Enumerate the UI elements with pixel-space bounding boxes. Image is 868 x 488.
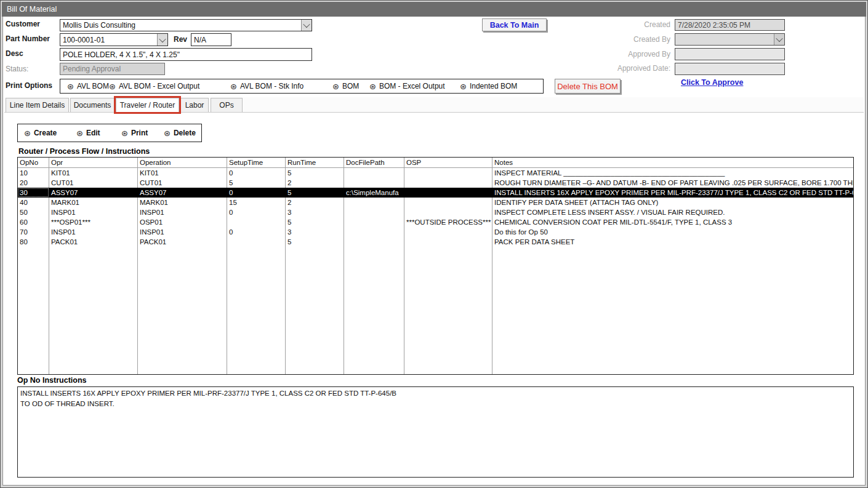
approved-date-label: Approived Date:	[590, 64, 670, 73]
rev-field[interactable]: N/A	[191, 33, 231, 46]
tab-label: Documents	[74, 101, 111, 110]
cell-opno: 70	[18, 227, 49, 237]
chevron-down-icon[interactable]	[301, 20, 311, 31]
cell-runtime: 5	[286, 168, 344, 178]
created-by-combobox[interactable]	[675, 33, 785, 46]
filler-cell	[404, 247, 492, 374]
column-header-notes[interactable]: Notes	[492, 158, 853, 167]
cell-opr: PACK01	[49, 237, 138, 247]
table-row[interactable]: 20CUT01CUT0152ROUGH TURN DIAMETER –G- AN…	[18, 178, 853, 188]
column-header-osp[interactable]: OSP	[404, 158, 492, 167]
report-icon: ⊛	[76, 129, 83, 137]
print-option-indented-bom[interactable]: ⊛Indented BOM	[460, 79, 517, 93]
tab-label: Line Item Details	[10, 101, 65, 110]
cell-docfilepath	[344, 198, 404, 207]
tab-traveler-router[interactable]: Traveler / Router	[116, 98, 179, 112]
tab-label: Traveler / Router	[120, 101, 175, 110]
tab-label: OPs	[219, 101, 233, 110]
print-option-avl-bom-stk-info[interactable]: ⊛AVL BOM - Stk Info	[230, 79, 303, 93]
chevron-down-icon[interactable]	[157, 34, 167, 46]
bill-of-material-window: Bill Of Material Customer Part Number De…	[0, 0, 868, 488]
cell-setuptime: 0	[227, 188, 286, 198]
print-option-avl-bom[interactable]: ⊛AVL BOM	[67, 79, 109, 93]
cell-opr: INSP01	[49, 227, 138, 237]
table-row[interactable]: 50INSP01INSP0103INSPECT COMPLETE LESS IN…	[18, 207, 853, 217]
table-row[interactable]: 80PACK01PACK015PACK PER DATA SHEET	[18, 237, 853, 247]
print-option-label: AVL BOM	[77, 82, 109, 90]
cell-runtime: 5	[286, 237, 344, 247]
table-row[interactable]: 70INSP01INSP0103Do this for Op 50	[18, 227, 853, 237]
cell-docfilepath	[344, 168, 404, 178]
create-button[interactable]: ⊛Create	[24, 124, 57, 142]
cell-opno: 10	[18, 168, 49, 178]
tab-strip: Line Item DetailsDocumentsTraveler / Rou…	[4, 97, 864, 113]
click-to-approve-link[interactable]: Click To Approve	[681, 78, 743, 87]
cell-opno: 60	[18, 217, 49, 227]
cell-runtime: 2	[286, 178, 344, 188]
table-row[interactable]: 10KIT01KIT0105INSPECT MATERIAL _________…	[18, 168, 853, 178]
delete-this-bom-button[interactable]: Delete This BOM	[555, 79, 621, 94]
cell-setuptime: 0	[227, 207, 286, 217]
tab-label: Labor	[185, 101, 204, 110]
table-row[interactable]: 30ASSY07ASSY0705c:\SimpleManufaINSTALL I…	[18, 188, 853, 198]
print-options-label: Print Options	[6, 81, 52, 90]
chevron-down-icon[interactable]	[774, 34, 784, 45]
report-icon: ⊛	[67, 82, 74, 90]
cell-notes: IDENTIFY PER DATA SHEET (ATTACH TAG ONLY…	[492, 198, 853, 207]
cell-opr: KIT01	[49, 168, 138, 178]
filler-cell	[49, 247, 138, 374]
delete-button[interactable]: ⊛Delete	[164, 124, 196, 142]
cell-opno: 20	[18, 178, 49, 188]
window-title: Bill Of Material	[7, 5, 57, 14]
print-options-group: ⊛AVL BOM⊛AVL BOM - Excel Output⊛AVL BOM …	[60, 79, 544, 94]
back-to-main-label: Back To Main	[490, 21, 539, 30]
cell-osp	[404, 178, 492, 188]
print-option-label: AVL BOM - Stk Info	[240, 82, 303, 90]
column-header-docfilepath[interactable]: DocFilePath	[344, 158, 404, 167]
filler-cell	[286, 247, 344, 374]
print-button[interactable]: ⊛Print	[121, 124, 148, 142]
edit-button[interactable]: ⊛Edit	[76, 124, 100, 142]
op-instructions-textarea[interactable]: INSTALL INSERTS 16X APPLY EPOXY PRIMER P…	[17, 386, 854, 478]
print-option-bom[interactable]: ⊛BOM	[332, 79, 359, 93]
column-header-opr[interactable]: Opr	[49, 158, 138, 167]
back-to-main-button[interactable]: Back To Main	[482, 18, 547, 31]
cell-opno: 80	[18, 237, 49, 247]
column-header-opno[interactable]: OpNo	[18, 158, 49, 167]
tab-labor[interactable]: Labor	[180, 98, 209, 112]
cell-runtime: 3	[286, 227, 344, 237]
print-option-bom-excel-output[interactable]: ⊛BOM - Excel Output	[369, 79, 445, 93]
desc-label: Desc	[6, 49, 23, 58]
status-value: Pending Approval	[63, 65, 121, 73]
filler-cell	[18, 247, 49, 374]
cell-docfilepath: c:\SimpleManufa	[344, 188, 404, 198]
desc-field[interactable]: POLE HOLDER, 4 X 1.5", 4 X 1.25"	[60, 48, 312, 61]
column-header-runtime[interactable]: RunTime	[286, 158, 344, 167]
tab-ops[interactable]: OPs	[211, 98, 243, 112]
print-option-label: BOM	[342, 82, 359, 90]
status-label: Status:	[6, 65, 28, 73]
cell-operation: INSP01	[138, 207, 227, 217]
cell-runtime: 5	[286, 188, 344, 198]
customer-combobox[interactable]: Mollis Duis Consulting	[60, 19, 312, 31]
column-header-setuptime[interactable]: SetupTime	[227, 158, 286, 167]
cell-docfilepath	[344, 237, 404, 247]
rev-label: Rev	[174, 35, 187, 44]
router-grid[interactable]: OpNoOprOperationSetupTimeRunTimeDocFileP…	[17, 157, 854, 375]
part-number-combobox[interactable]: 100-0001-01	[60, 33, 168, 46]
print-option-avl-bom-excel-output[interactable]: ⊛AVL BOM - Excel Output	[109, 79, 199, 93]
part-number-label: Part Number	[6, 34, 50, 43]
column-header-operation[interactable]: Operation	[138, 158, 227, 167]
print-option-label: Indented BOM	[470, 82, 517, 90]
tab-line-item-details[interactable]: Line Item Details	[6, 98, 69, 112]
cell-setuptime: 5	[227, 178, 286, 188]
print-option-label: AVL BOM - Excel Output	[119, 82, 199, 90]
cell-osp: ***OUTSIDE PROCESS***	[404, 217, 492, 227]
report-icon: ⊛	[460, 82, 467, 90]
created-label: Created	[590, 20, 670, 29]
filler-cell	[138, 247, 227, 374]
grid-header-row: OpNoOprOperationSetupTimeRunTimeDocFileP…	[18, 158, 853, 168]
table-row[interactable]: 40MARK01MARK01152IDENTIFY PER DATA SHEET…	[18, 198, 853, 207]
tab-documents[interactable]: Documents	[70, 98, 115, 112]
table-row[interactable]: 60***OSP01***OSP015***OUTSIDE PROCESS***…	[18, 217, 853, 227]
